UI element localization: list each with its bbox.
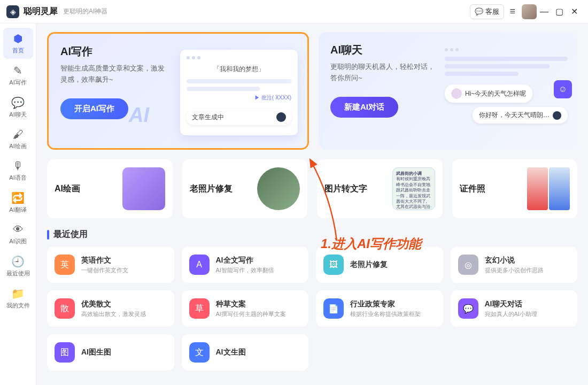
minimize-button[interactable]: — [537,7,552,17]
app-title: 聪明灵犀 [24,6,58,17]
sidebar-icon: 💬 [11,96,25,109]
chat-icon: 💬 [475,7,483,16]
recent-card-2[interactable]: 🖼 老照片修复 [316,247,443,283]
sidebar-item-5[interactable]: 🔁 AI翻译 [3,187,33,218]
tile-thumbnail [527,167,570,210]
avatar-icon [451,88,462,99]
sidebar-label: 我的文件 [6,302,30,310]
recent-card-5[interactable]: 草 种草文案 AI撰写任何主题的种草文案 [182,290,309,327]
recent-text: AI全文写作 AI智能写作，效率翻倍 [216,256,274,274]
sidebar-label: AI翻译 [9,206,26,214]
customer-service-button[interactable]: 💬 客服 [470,4,504,19]
tile-thumbnail [122,167,165,210]
mock-doc-title: 「我和我的梦想」 [187,65,291,74]
sidebar-label: AI识图 [9,237,26,245]
writing-preview-mock: 「我和我的梦想」 ▶ 批注( XXXX) 文章生成中 [180,50,298,135]
recent-icon: 散 [55,298,75,319]
kefu-label: 客服 [485,7,499,17]
recent-text: AI图生图 [81,348,111,357]
recent-text: 行业政策专家 根据行业名称提供政策框架 [350,299,421,318]
sidebar-icon: 🕘 [11,255,25,268]
hero-chat-desc: 更聪明的聊天机器人，轻松对话，答你所问~ [330,61,437,84]
app-tagline: 更聪明的AI神器 [63,7,107,16]
recent-text: 玄幻小说 提供更多小说创作思路 [485,256,544,274]
sidebar-item-4[interactable]: 🎙 AI语音 [3,156,33,186]
recent-icon: A [189,255,210,275]
sidebar: ⬢ 首页✎ AI写作💬 AI聊天🖌 AI绘画🎙 AI语音🔁 AI翻译👁 AI识图… [0,24,36,385]
recent-text: 老照片修复 [350,260,388,270]
recent-card-6[interactable]: 📄 行业政策专家 根据行业名称提供政策框架 [316,290,443,327]
maximize-button[interactable]: ▢ [552,6,567,17]
recent-icon: 草 [189,298,210,319]
recent-icon: 文 [189,342,210,363]
sidebar-label: 最近使用 [6,270,30,278]
recent-card-1[interactable]: A AI全文写作 AI智能写作，效率翻倍 [182,247,309,283]
recent-icon: 图 [55,342,75,363]
recent-icon: 📄 [323,298,344,319]
generating-badge: 文章生成中 [187,109,291,125]
recent-text: AI文生图 [216,348,246,357]
sidebar-item-8[interactable]: 📁 我的文件 [3,283,33,314]
tile-title: AI绘画 [55,183,80,195]
sidebar-icon: ⬢ [13,32,22,45]
recent-section-title: 最近使用 [47,229,577,240]
brand-icon [276,112,286,122]
start-ai-writing-button[interactable]: 开启AI写作 [60,98,128,119]
chat-float-icon: ☺ [554,80,572,98]
tile-title: 证件照 [460,183,485,195]
sidebar-icon: 🖌 [13,128,24,141]
recent-card-9[interactable]: 文 AI文生图 [182,334,309,371]
new-ai-chat-button[interactable]: 新建AI对话 [330,97,398,118]
recent-card-4[interactable]: 散 优美散文 高效输出散文，激发灵感 [47,290,174,327]
sidebar-icon: 📁 [11,287,25,300]
recent-card-8[interactable]: 图 AI图生图 [47,334,174,371]
tile-thumbnail: 武昌街的小调有时候到重庆晚高峰书总会不自觉地跟武昌街听听去走一阵，最近发现武昌街… [392,167,435,210]
close-button[interactable]: ✕ [567,6,582,17]
feature-tile-3[interactable]: 证件照 [452,159,578,218]
sidebar-item-3[interactable]: 🖌 AI绘画 [3,124,33,155]
recent-icon: ◎ [458,255,478,275]
user-avatar[interactable] [522,4,537,19]
feature-tile-2[interactable]: 图片转文字 武昌街的小调有时候到重庆晚高峰书总会不自觉地跟武昌街听听去走一阵，最… [317,159,443,218]
recent-card-7[interactable]: 💬 AI聊天对话 宛如真人的AI小助理 [451,290,578,327]
hero-ai-chat[interactable]: AI聊天 更聪明的聊天机器人，轻松对话，答你所问~ 新建AI对话 ☺ Hi~今天… [319,32,577,150]
ai-watermark: AI [129,104,149,127]
hamburger-menu-icon[interactable]: ≡ [509,6,515,17]
brand-icon [553,111,561,120]
sidebar-item-0[interactable]: ⬢ 首页 [3,28,33,59]
recent-text: AI聊天对话 宛如真人的AI小助理 [485,299,537,318]
sidebar-item-6[interactable]: 👁 AI识图 [3,219,33,250]
sidebar-label: AI绘画 [9,142,26,150]
sidebar-label: AI写作 [9,79,26,87]
recent-text: 种草文案 AI撰写任何主题的种草文案 [216,299,286,318]
recent-icon: 英 [55,255,75,275]
app-logo-icon: ◈ [6,5,19,18]
feature-tile-0[interactable]: AI绘画 [47,159,173,218]
tile-title: 图片转文字 [324,183,367,195]
recent-icon: 🖼 [323,255,344,275]
chat-bubble-user: Hi~今天的天气怎样呢 [445,84,532,103]
sidebar-icon: 🔁 [11,191,25,204]
sidebar-label: AI聊天 [9,111,26,119]
chat-preview-mock: ☺ Hi~今天的天气怎样呢 你好呀，今天天气晴朗… [445,48,568,124]
sidebar-label: AI语音 [9,174,26,182]
sidebar-icon: 🎙 [13,160,24,172]
recent-icon: 💬 [458,298,478,319]
sidebar-icon: ✎ [13,64,22,77]
tile-title: 老照片修复 [190,183,233,195]
hero-ai-writing[interactable]: AI写作 智能生成高质量文章和文案，激发灵感，效率飙升~ 开启AI写作 AI 「… [47,32,309,150]
recent-card-3[interactable]: ◎ 玄幻小说 提供更多小说创作思路 [451,247,578,283]
sidebar-item-2[interactable]: 💬 AI聊天 [3,92,33,123]
sidebar-item-7[interactable]: 🕘 最近使用 [3,251,33,282]
sidebar-item-1[interactable]: ✎ AI写作 [3,60,33,91]
titlebar: ◈ 聪明灵犀 更聪明的AI神器 💬 客服 ≡ — ▢ ✕ [0,0,588,24]
feature-tile-1[interactable]: 老照片修复 [182,159,308,218]
chat-bubble-ai: 你好呀，今天天气晴朗… [473,107,568,124]
recent-text: 优美散文 高效输出散文，激发灵感 [81,299,146,318]
sidebar-icon: 👁 [13,224,24,236]
mock-annotation-label: ▶ 批注( XXXX) [187,94,291,102]
sidebar-label: 首页 [12,47,24,55]
recent-card-0[interactable]: 英 英语作文 一键创作英文作文 [47,247,174,283]
tile-thumbnail [257,167,300,210]
hero-write-desc: 智能生成高质量文章和文案，激发灵感，效率飙升~ [60,63,167,86]
